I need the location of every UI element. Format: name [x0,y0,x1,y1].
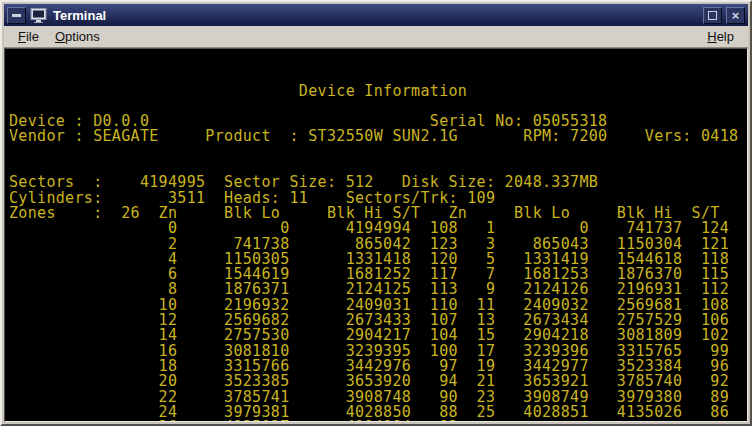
menu-options[interactable]: Options [47,27,108,46]
close-button[interactable]: × [726,7,745,24]
window-menu-button[interactable] [7,7,26,24]
terminal-line: Device Information [9,84,747,99]
maximize-icon [708,11,717,20]
menu-file[interactable]: File [10,27,47,46]
menu-help-label: H [707,29,716,44]
menu-file-label: F [18,29,26,44]
menu-help-label-rest: elp [717,29,734,44]
terminal-icon [30,8,47,23]
titlebar[interactable]: Terminal × [4,4,748,26]
close-icon: × [732,9,740,22]
window-title: Terminal [53,8,106,23]
terminal-output: Device Information Device : D0.0.0 Seria… [9,84,747,422]
terminal-line: Vendor : SEAGATE Product : ST32550W SUN2… [9,129,747,144]
menu-options-label: O [55,29,65,44]
menu-file-label-rest: ile [26,29,39,44]
window-menu-icon [12,14,21,17]
terminal-screen[interactable]: Device Information Device : D0.0.0 Seria… [4,48,748,422]
menubar: File Options Help [4,26,748,48]
terminal-window: Terminal × File Options Help Device Info… [0,0,752,426]
maximize-button[interactable] [703,7,722,24]
menu-options-label-rest: ptions [65,29,100,44]
menu-help[interactable]: Help [699,27,742,46]
terminal-line [9,145,747,160]
